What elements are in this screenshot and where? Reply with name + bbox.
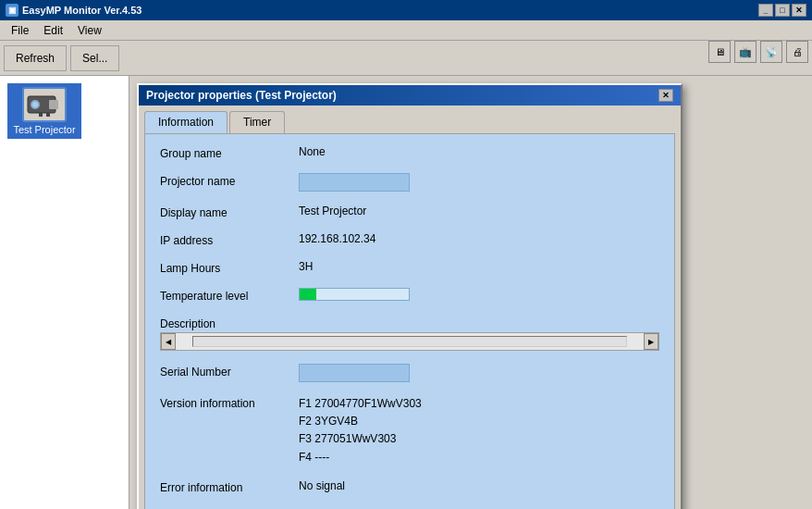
menu-view[interactable]: View bbox=[70, 22, 109, 39]
serial-number-field[interactable] bbox=[299, 364, 410, 382]
error-value: No signal bbox=[299, 479, 345, 492]
ip-address-label: IP address bbox=[160, 232, 299, 247]
dialog-content: Information Timer Group name None Projec… bbox=[139, 106, 681, 509]
version-line-3: F3 277051WwV303 bbox=[299, 430, 422, 448]
scroll-left-arrow[interactable]: ◀ bbox=[161, 333, 176, 350]
lamp-hours-label: Lamp Hours bbox=[160, 260, 299, 275]
error-label: Error information bbox=[160, 479, 299, 494]
scroll-right-arrow[interactable]: ▶ bbox=[644, 333, 658, 350]
temperature-bar bbox=[299, 288, 410, 301]
window-controls: _ □ ✕ bbox=[758, 4, 806, 17]
projector-name-row: Projector name bbox=[160, 173, 659, 192]
svg-rect-5 bbox=[46, 113, 50, 117]
display-icon[interactable]: 🖨 bbox=[786, 41, 808, 63]
menu-bar: File Edit View bbox=[0, 20, 812, 41]
menu-file[interactable]: File bbox=[4, 22, 36, 39]
projector-list-item[interactable]: Test Projector bbox=[7, 83, 81, 139]
projector-name-field[interactable] bbox=[299, 173, 410, 192]
version-value: F1 27004770F1WwV303 F2 3YGV4B F3 277051W… bbox=[299, 395, 422, 466]
dialog-title: Projector properties (Test Projector) bbox=[146, 89, 337, 102]
monitor1-icon[interactable]: 🖥 bbox=[708, 41, 731, 63]
app-title: EasyMP Monitor Ver.4.53 bbox=[22, 5, 141, 16]
group-name-value: None bbox=[299, 145, 326, 158]
dialog-close-button[interactable]: ✕ bbox=[658, 89, 673, 102]
dialog-title-bar: Projector properties (Test Projector) ✕ bbox=[139, 85, 681, 106]
sidebar: Test Projector bbox=[0, 76, 129, 509]
tab-information[interactable]: Information bbox=[144, 111, 228, 133]
lamp-hours-row: Lamp Hours 3H bbox=[160, 260, 659, 275]
temperature-row: Temperature level bbox=[160, 288, 659, 303]
serial-number-row: Serial Number bbox=[160, 364, 659, 382]
refresh-button[interactable]: Refresh bbox=[4, 45, 67, 71]
main-area: Test Projector Projector properties (Tes… bbox=[0, 76, 812, 509]
tab-bar: Information Timer bbox=[144, 111, 675, 133]
version-line-1: F1 27004770F1WwV303 bbox=[299, 395, 422, 413]
description-scrollbar[interactable]: ◀ ▶ bbox=[160, 332, 659, 351]
content-area: Projector properties (Test Projector) ✕ … bbox=[129, 76, 812, 509]
temperature-fill bbox=[300, 289, 316, 300]
version-line-2: F2 3YGV4B bbox=[299, 413, 422, 430]
right-toolbar: 🖥 📺 📡 🖨 bbox=[708, 41, 808, 63]
group-name-label: Group name bbox=[160, 145, 299, 160]
serial-number-label: Serial Number bbox=[160, 364, 299, 379]
lamp-hours-value: 3H bbox=[299, 260, 313, 273]
properties-dialog: Projector properties (Test Projector) ✕ … bbox=[137, 83, 683, 509]
monitor2-icon[interactable]: 📺 bbox=[734, 41, 757, 63]
display-name-label: Display name bbox=[160, 205, 299, 219]
svg-rect-4 bbox=[39, 113, 43, 117]
description-row: Description ◀ ▶ bbox=[160, 316, 659, 351]
app-icon: ▣ bbox=[6, 4, 18, 17]
svg-point-2 bbox=[32, 102, 38, 107]
projector-name-label: Projector name bbox=[160, 173, 299, 188]
version-row: Version information F1 27004770F1WwV303 … bbox=[160, 395, 659, 466]
svg-rect-3 bbox=[49, 100, 58, 109]
projector-label: Test Projector bbox=[13, 124, 75, 135]
version-label: Version information bbox=[160, 395, 299, 410]
minimize-button[interactable]: _ bbox=[758, 4, 773, 17]
scrollbar-track[interactable] bbox=[192, 336, 627, 347]
projector-thumbnail bbox=[22, 87, 67, 122]
select-button[interactable]: Sel... bbox=[70, 45, 119, 71]
title-bar: ▣ EasyMP Monitor Ver.4.53 _ □ ✕ bbox=[0, 0, 812, 20]
wifi-icon[interactable]: 📡 bbox=[760, 41, 782, 63]
menu-edit[interactable]: Edit bbox=[36, 22, 70, 39]
description-label: Description bbox=[160, 316, 299, 330]
temperature-label: Temperature level bbox=[160, 288, 299, 303]
close-button[interactable]: ✕ bbox=[792, 4, 806, 17]
ip-address-row: IP address 192.168.102.34 bbox=[160, 232, 659, 247]
version-line-4: F4 ---- bbox=[299, 449, 422, 466]
maximize-button[interactable]: □ bbox=[775, 4, 790, 17]
info-panel: Group name None Projector name Display n… bbox=[144, 133, 675, 509]
tab-timer[interactable]: Timer bbox=[229, 111, 285, 133]
ip-address-value: 192.168.102.34 bbox=[299, 232, 375, 245]
display-name-row: Display name Test Projector bbox=[160, 205, 659, 219]
toolbar: Refresh Sel... bbox=[0, 41, 812, 76]
error-row: Error information No signal bbox=[160, 479, 659, 494]
display-name-value: Test Projector bbox=[299, 205, 366, 217]
group-name-row: Group name None bbox=[160, 145, 659, 160]
